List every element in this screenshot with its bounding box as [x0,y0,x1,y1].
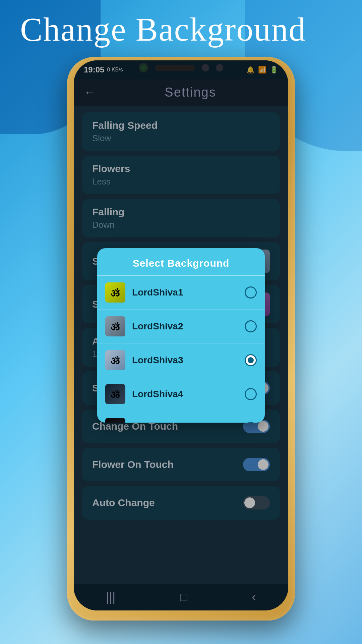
dialog-items-list: 🕉 LordShiva1 🕉 LordShiva2 [97,276,265,423]
radio-lordshiva1[interactable] [245,286,257,299]
dialog-overlay[interactable]: Select Background 🕉 LordShiva1 � [74,60,288,610]
radio-lordshiva2[interactable] [245,320,257,332]
thumb-lordshiva4: 🕉 [105,384,125,404]
label-lordshiva4: LordShiva4 [132,389,238,399]
radio-lordshiva3[interactable] [245,354,257,366]
radio-lordshiva5[interactable] [245,422,257,423]
thumb1-icon: 🕉 [111,287,120,298]
label-lordshiva3: LordShiva3 [132,355,238,366]
dialog-title-text: Select Background [133,258,230,269]
thumb-lordshiva5: 🕉 [105,418,125,423]
page-background-title: Change Background [20,10,306,49]
dialog-title-bar: Select Background [97,248,265,276]
phone-screen: 19:05 0 KB/s 🔔 📶 🔋 ← Settings Falling Sp… [74,60,288,610]
phone-device: 19:05 0 KB/s 🔔 📶 🔋 ← Settings Falling Sp… [67,57,295,621]
thumb-lordshiva2: 🕉 [105,316,125,336]
dialog-item-lordshiva5[interactable]: 🕉 LordShiva5 [97,411,265,423]
thumb2-icon: 🕉 [111,321,120,332]
thumb5-icon: 🕉 [111,423,120,423]
dialog-item-lordshiva4[interactable]: 🕉 LordShiva4 [97,377,265,411]
dialog-item-lordshiva2[interactable]: 🕉 LordShiva2 [97,310,265,343]
thumb-lordshiva1: 🕉 [105,282,125,303]
select-background-dialog: Select Background 🕉 LordShiva1 � [97,248,265,423]
thumb4-icon: 🕉 [111,389,120,400]
thumb3-icon: 🕉 [111,355,120,366]
dialog-item-lordshiva3[interactable]: 🕉 LordShiva3 [97,343,265,377]
label-lordshiva1: LordShiva1 [132,287,238,298]
thumb-lordshiva3: 🕉 [105,350,125,370]
label-lordshiva2: LordShiva2 [132,321,238,332]
dialog-item-lordshiva1[interactable]: 🕉 LordShiva1 [97,276,265,310]
radio-lordshiva4[interactable] [245,388,257,400]
